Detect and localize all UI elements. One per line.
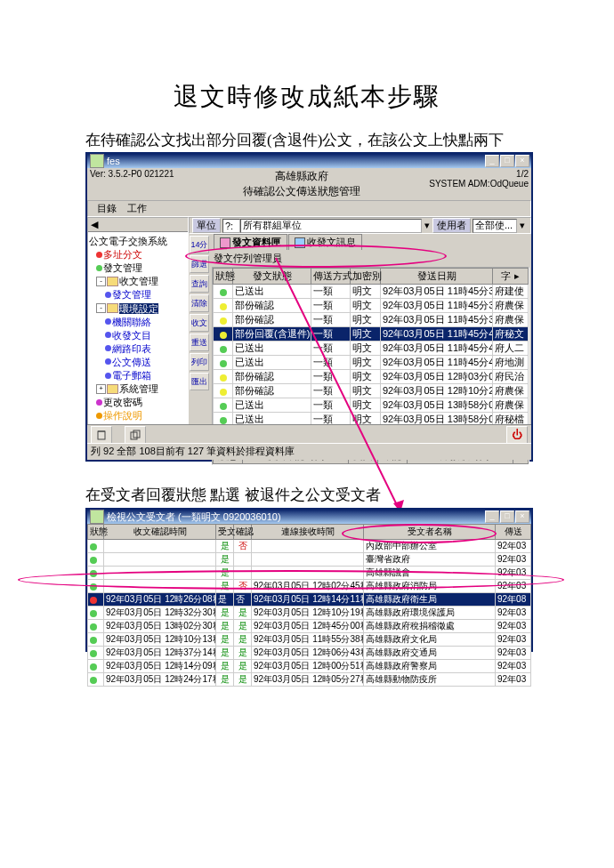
table-row[interactable]: 92年03月05日 12時32分30秒是是92年03月05日 12時10分19秒…	[88, 607, 531, 620]
table-row[interactable]: 92年03月05日 12時14分09秒是是92年03月05日 12時00分51秒…	[88, 660, 531, 673]
menu-bar[interactable]: 目錄 工作	[87, 200, 531, 217]
title-bar-2: 檢視公文受文者 (一類明文 0920036010) _ □ ×	[87, 510, 531, 524]
filter-bar: 單位 ▾ 使用者 ▾	[189, 217, 531, 234]
side-buttons: 14分 篩選 查詢 清除 收文 重送 列印 匯出	[189, 234, 210, 447]
title-bar-text: fes	[107, 156, 484, 166]
user-input[interactable]	[473, 219, 517, 233]
tree-item[interactable]: 更改密碼	[89, 395, 187, 408]
user-label: 使用者	[432, 218, 471, 233]
menu-catalog[interactable]: 目錄	[92, 202, 122, 215]
table-row[interactable]: 已送出一類明文92年03月05日 11時45分32秒府建使	[214, 285, 529, 299]
app-icon-2	[90, 510, 104, 524]
col2-send[interactable]: 傳送	[496, 525, 531, 540]
table-row[interactable]: 92年03月05日 12時26分08秒是否92年03月05日 12時14分11秒…	[88, 593, 531, 607]
tree-item[interactable]: 操作說明	[89, 408, 187, 422]
maximize-button[interactable]: □	[500, 155, 514, 167]
col2-status[interactable]: 狀態	[88, 525, 104, 540]
annotation-red-oval-header	[342, 524, 497, 543]
version-text: Ver: 3.5.2-P0 021221	[90, 169, 174, 199]
tree-folder[interactable]: -環境設定	[89, 301, 187, 314]
document-title: 退文時修改成紙本步驟	[0, 0, 614, 130]
side-btn-query[interactable]: 查詢	[190, 275, 209, 293]
delete-button[interactable]	[91, 426, 112, 444]
recipient-grid[interactable]: 狀態 收文確認時間 受文 確認 連線接收時間 受文者名稱 傳送 是否內政部中部辦…	[87, 524, 531, 687]
tree-item[interactable]: 收發文目	[89, 328, 187, 342]
col2-recv[interactable]: 受文	[216, 525, 234, 540]
tree-root[interactable]: 公文電子交換系統	[89, 234, 187, 247]
paragraph-1: 在待確認公文找出部分回覆(含退件)公文，在該公文上快點兩下	[85, 130, 614, 150]
minimize-button[interactable]: _	[485, 155, 499, 167]
table-row[interactable]: 已送出一類明文92年03月05日 11時45分47秒府人二	[214, 342, 529, 356]
col-method[interactable]: 傳送方式	[311, 269, 351, 285]
org-name: 高雄縣政府	[275, 170, 328, 182]
table-row[interactable]: 92年03月05日 12時10分13秒是是92年03月05日 11時55分38秒…	[88, 633, 531, 647]
table-row[interactable]: 92年03月05日 12時24分17秒是是92年03月05日 12時05分27秒…	[88, 673, 531, 687]
table-row[interactable]: 92年03月05日 12時37分14秒是是92年03月05日 12時06分43秒…	[88, 647, 531, 660]
tree-item[interactable]: 發文管理	[89, 287, 187, 301]
tree-item[interactable]: 電子郵箱	[89, 368, 187, 382]
col-send-status[interactable]: 發文狀態	[233, 269, 311, 285]
copy-button[interactable]	[125, 426, 146, 444]
table-row[interactable]: 92年03月05日 13時02分30秒是是92年03月05日 12時45分00秒…	[88, 620, 531, 633]
subtitle: 待確認公文傳送狀態管理	[243, 185, 360, 197]
tree-item[interactable]: 發文管理	[89, 261, 187, 274]
table-row[interactable]: 是臺灣省政府92年03	[88, 553, 531, 567]
table-row[interactable]: 已送出一類明文92年03月05日 13時58分04秒府農保	[214, 398, 529, 413]
close-button-2[interactable]: ×	[515, 510, 529, 523]
side-btn-export[interactable]: 匯出	[190, 373, 209, 390]
col2-confirm[interactable]: 確認	[234, 525, 252, 540]
col-word[interactable]: 字 ▸	[493, 269, 529, 285]
window-outgoing-status: fes _ □ × Ver: 3.5.2-P0 021221 高雄縣政府 待確認…	[85, 152, 533, 462]
col-send-date[interactable]: 發送日期	[381, 269, 493, 285]
minimize-button-2[interactable]: _	[485, 510, 499, 523]
col-classify[interactable]: 加密別	[351, 269, 381, 285]
col-status-icon[interactable]: 狀態	[214, 269, 233, 285]
side-btn-print[interactable]: 列印	[190, 353, 209, 371]
table-row[interactable]: 部份確認一類明文92年03月05日 11時45分37秒府農保	[214, 313, 529, 327]
table-row[interactable]: 部份確認一類明文92年03月05日 12時10分20秒府農保	[214, 384, 529, 398]
table-row[interactable]: 部份確認一類明文92年03月05日 11時45分34秒府農保	[214, 299, 529, 313]
annotation-red-oval-top	[185, 245, 447, 268]
app-icon	[90, 154, 104, 168]
bottom-toolbar: ⏻	[87, 424, 531, 445]
svg-rect-0	[98, 431, 105, 439]
nav-tree-toggle[interactable]: ◀	[88, 218, 188, 232]
menu-work[interactable]: 工作	[122, 202, 152, 215]
table-row[interactable]: 已送出一類明文92年03月05日 11時45分49秒府地測	[214, 356, 529, 370]
nav-tree[interactable]: ◀ 公文電子交換系統 多址分文 發文管理 -收文管理 發文管理 -環境設定 機關…	[87, 217, 189, 446]
tree-item[interactable]: 網路印表	[89, 342, 187, 355]
annotation-red-oval-row	[18, 570, 564, 590]
table-row[interactable]: 部份回覆(含退件)一類明文92年03月05日 11時45分44秒府秘文	[214, 327, 529, 342]
status-bar: 列 92 全部 108目前有 127 筆資料於排程資料庫	[87, 443, 531, 460]
sysadm-text: SYSTEM ADM:OdQueue	[429, 179, 529, 189]
side-btn-resend[interactable]: 重送	[190, 334, 209, 351]
page-indicator: 1/2	[516, 169, 529, 179]
unit-name-input[interactable]	[240, 219, 422, 233]
tree-folder[interactable]: +系統管理	[89, 382, 187, 395]
tree-item[interactable]: 公文傳送	[89, 355, 187, 368]
tree-item[interactable]: 多址分文	[89, 247, 187, 261]
table-row[interactable]: 部份確認一類明文92年03月05日 12時03分02秒府民治	[214, 370, 529, 384]
unit-label: 單位	[192, 218, 221, 233]
exit-button[interactable]: ⏻	[506, 426, 528, 444]
tree-folder[interactable]: -收文管理	[89, 274, 187, 287]
paragraph-2: 在受文者回覆狀態 點選 被退件之公文受文者	[85, 485, 381, 505]
title-bar-text-2: 檢視公文受文者 (一類明文 0920036010)	[107, 510, 484, 524]
send-queue-grid[interactable]: 狀態 發文狀態 傳送方式 加密別 發送日期 字 ▸ 已送出一類明文92年03月0…	[212, 267, 529, 428]
maximize-button-2[interactable]: □	[500, 510, 514, 523]
side-btn-clear[interactable]: 清除	[190, 294, 209, 312]
title-bar: fes _ □ ×	[87, 154, 531, 168]
unit-code-input[interactable]	[222, 219, 240, 233]
tree-item[interactable]: 機關聯絡	[89, 315, 187, 328]
col2-confirm-time[interactable]: 收文確認時間	[104, 525, 216, 540]
side-btn-recv[interactable]: 收文	[190, 314, 209, 332]
close-button[interactable]: ×	[515, 155, 529, 167]
